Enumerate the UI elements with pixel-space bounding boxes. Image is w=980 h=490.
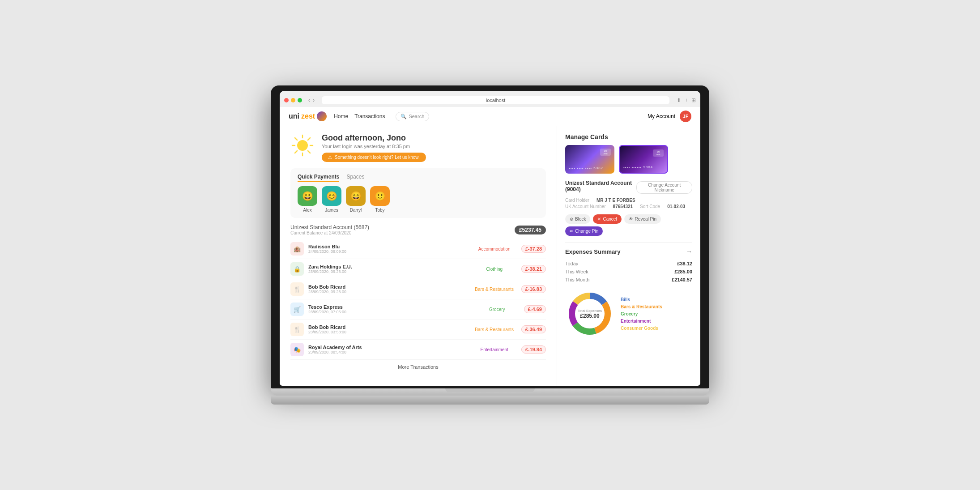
transaction-row-2[interactable]: 🍴 Bob Bob Ricard 23/09/2020, 09:23:00 Ba… [290,279,546,299]
main-content: Good afternoon, Jono Your last login was… [280,126,700,386]
nav-home[interactable]: Home [334,113,348,119]
pencil-icon: ✏ [570,229,573,234]
transaction-row-0[interactable]: 🏨 Radisson Blu 24/09/2020, 09:09:00 Acco… [290,239,546,259]
contact-name-toby: Toby [375,208,384,213]
expenses-arrow-icon[interactable]: → [686,248,692,255]
tab-quick-payments[interactable]: Quick Payments [298,174,339,182]
tx-name-5: Royal Academy of Arts [308,345,468,350]
account-subtitle: Current Balance at 24/09/2020 [290,230,369,235]
legend-item-3: Entertainment [621,319,662,324]
logo: unizest [289,111,327,121]
tx-category-2: Bars & Restaurants [472,287,517,292]
back-icon[interactable]: ‹ [308,97,310,103]
add-tab-icon[interactable]: + [685,97,688,103]
alert-banner[interactable]: ⚠ Something doesn't look right? Let us k… [322,153,426,162]
address-bar[interactable]: localhost [322,96,669,104]
forward-icon[interactable]: › [313,97,315,103]
card-actions: ⊘ Block ✕ Cancel 👁 Reveal Pin ✏ [565,214,692,236]
expenses-section: Expenses Summary → Today £38.12 This Wee… [565,242,692,338]
my-account-label[interactable]: My Account [648,113,675,119]
block-button[interactable]: ⊘ Block [565,214,590,224]
reveal-pin-button[interactable]: 👁 Reveal Pin [624,214,661,224]
sort-code-label: Sort Code [640,204,660,209]
account-number-label: UK Account Number [565,204,606,209]
contact-name-alex: Alex [303,208,311,213]
card-1-number: •••• •••• •••• 5387 [569,166,603,170]
contact-avatar-toby: 🙂 [370,186,390,206]
extensions-icon[interactable]: ⊞ [691,97,696,103]
change-nickname-button[interactable]: Change Account Nickname [636,181,692,194]
greeting-subtitle: Your last login was yesterday at 8:35 pm [322,144,426,149]
expense-label-1: This Week [565,269,588,274]
donut-label: Total Expenses [578,309,602,313]
contact-james[interactable]: 😊 James [322,186,341,213]
donut-center: Total Expenses £285.00 [578,309,602,319]
contact-darryl[interactable]: 😄 Darryl [346,186,366,213]
right-panel: Manage Cards unizest •••• •••• •••• 5387… [557,126,700,386]
tx-category-4: Bars & Restaurants [472,327,517,332]
transaction-row-3[interactable]: 🛒 Tesco Express 23/09/2020, 07:05:00 Gro… [290,299,546,320]
laptop-container: ‹ › localhost ⬆ + ⊞ unizest Ho [271,85,709,405]
alert-text: Something doesn't look right? Let us kno… [335,155,420,160]
minimize-button[interactable] [291,98,295,102]
tx-date-0: 24/09/2020, 09:09:00 [308,249,468,254]
account-section: Unizest Standard Account (5687) Current … [290,224,546,374]
card-2-number: •••• •••••• 9004 [623,165,653,169]
change-pin-button[interactable]: ✏ Change Pin [565,226,603,236]
greeting-title: Good afternoon, Jono [322,133,426,143]
more-transactions-link[interactable]: More Transactions [290,360,546,374]
tx-info-1: Zara Holdings E.U. 23/09/2020, 09:26:00 [308,264,468,274]
greeting-section: Good afternoon, Jono Your last login was… [290,133,546,162]
tx-icon-4: 🍴 [290,323,304,336]
tx-icon-3: 🛒 [290,303,304,316]
card-2[interactable]: unizest •••• •••••• 9004 [619,145,668,174]
cards-row: unizest •••• •••• •••• 5387 unizest ••••… [565,145,692,174]
tx-info-2: Bob Bob Ricard 23/09/2020, 09:23:00 [308,284,468,294]
card-1[interactable]: unizest •••• •••• •••• 5387 [565,145,614,174]
expense-row-1: This Week £285.00 [565,268,692,276]
legend-item-0: Bills [621,297,662,302]
user-avatar[interactable]: JF [680,111,691,122]
expense-value-0: £38.12 [677,261,692,266]
logo-icon [317,111,327,121]
tx-date-3: 23/09/2020, 07:05:00 [308,310,470,314]
tx-amount-2: £-16.83 [521,285,546,293]
greeting-text: Good afternoon, Jono Your last login was… [322,133,426,162]
tx-icon-1: 🔒 [290,262,304,276]
account-header: Unizest Standard Account (5687) Current … [290,224,546,235]
eye-icon: 👁 [629,217,633,222]
transaction-row-1[interactable]: 🔒 Zara Holdings E.U. 23/09/2020, 09:26:0… [290,259,546,279]
contact-avatar-darryl: 😄 [346,186,366,206]
contact-toby[interactable]: 🙂 Toby [370,186,390,213]
manage-cards-title: Manage Cards [565,133,692,141]
left-panel: Good afternoon, Jono Your last login was… [280,126,557,386]
tx-name-0: Radisson Blu [308,244,468,249]
legend-item-1: Bars & Restaurants [621,304,662,309]
chart-legend: BillsBars & RestaurantsGroceryEntertainm… [621,297,662,331]
sort-code-value: 01-02-03 [667,204,685,209]
transaction-row-4[interactable]: 🍴 Bob Bob Ricard 23/09/2020, 03:58:00 Ba… [290,320,546,340]
account-number-row: UK Account Number 87654321 Sort Code 01-… [565,204,692,209]
nav-transactions[interactable]: Transactions [354,113,385,119]
tx-icon-2: 🍴 [290,282,304,296]
transactions-list: 🏨 Radisson Blu 24/09/2020, 09:09:00 Acco… [290,239,546,360]
tab-spaces[interactable]: Spaces [346,174,364,182]
block-label: Block [575,217,586,222]
transaction-row-5[interactable]: 🎭 Royal Academy of Arts 23/09/2020, 08:5… [290,340,546,360]
nav-search[interactable]: 🔍 Search [396,112,429,121]
donut-value: £285.00 [578,313,602,319]
navbar: unizest Home Transactions 🔍 Search My Ac… [280,107,700,126]
contact-alex[interactable]: 😀 Alex [298,186,317,213]
share-icon[interactable]: ⬆ [677,97,681,103]
close-button[interactable] [284,98,289,102]
laptop-base [271,388,709,396]
expense-value-2: £2140.57 [672,277,692,282]
svg-line-6 [308,151,310,153]
legend-item-4: Consumer Goods [621,326,662,331]
tx-date-2: 23/09/2020, 09:23:00 [308,290,468,294]
account-info-section: Unizest Standard Account (9004) Change A… [565,180,692,209]
cancel-button[interactable]: ✕ Cancel [593,214,621,224]
tx-category-1: Clothing [472,267,517,272]
tx-category-5: Entertainment [472,347,517,352]
maximize-button[interactable] [298,98,302,102]
